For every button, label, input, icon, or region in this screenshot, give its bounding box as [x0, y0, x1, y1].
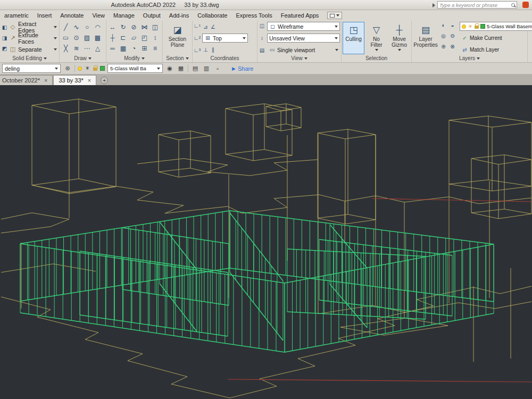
ribbon-display-options[interactable] — [327, 12, 342, 19]
help-search-box[interactable] — [437, 1, 517, 9]
join-icon[interactable]: ⊞ — [139, 43, 149, 53]
match-layer-button[interactable]: ⇄ Match Layer — [460, 45, 532, 54]
workspace-combo[interactable]: deling — [2, 64, 61, 73]
named-ucs-1-icon[interactable]: ∟¹ — [194, 22, 201, 29]
view-manager-icon[interactable]: ▤ — [259, 47, 265, 54]
rotate-icon[interactable]: ↻ — [118, 22, 128, 32]
no-filter-button[interactable]: ▽ No Filter — [365, 22, 387, 54]
layer-table-icon[interactable]: ▦ — [177, 64, 185, 73]
subtract-icon[interactable]: ◨ — [1, 35, 8, 41]
search-icon[interactable] — [511, 3, 515, 7]
move-gizmo-button[interactable]: ┼ Move Gizmo — [388, 22, 410, 54]
panel-label-layers[interactable]: Layers — [412, 54, 527, 62]
search-history-icon[interactable] — [433, 3, 435, 7]
layer-lock-icon[interactable]: ⊖ — [449, 32, 456, 39]
new-tab-button[interactable]: + — [101, 77, 108, 84]
intersect-icon[interactable]: ◩ — [1, 45, 8, 52]
polygon-icon[interactable]: △ — [93, 43, 103, 53]
tab-insert[interactable]: Insert — [33, 10, 56, 21]
extract-edges-button[interactable]: ◇ Extract Edges — [8, 22, 58, 32]
spline-icon[interactable]: ≋ — [71, 43, 81, 53]
multiple-points-icon[interactable]: ⋯ — [82, 43, 92, 53]
tab-express-tools[interactable]: Express Tools — [231, 10, 276, 21]
ucs-align-icon[interactable]: ∥ — [210, 46, 217, 53]
construction-line-icon[interactable]: ╳ — [61, 43, 71, 53]
extrude-faces-button[interactable]: ↗ Extrude Faces — [8, 33, 58, 43]
circle-icon[interactable]: ○ — [82, 22, 92, 32]
layer-off-icon[interactable]: ◐ — [440, 22, 447, 29]
erase-icon[interactable]: ≡ — [150, 43, 160, 53]
visual-style-tool-icon[interactable]: ◫ — [259, 22, 265, 29]
fillet-icon[interactable]: ═ — [107, 43, 118, 53]
share-button[interactable]: ▶ Share — [232, 65, 253, 72]
tab-add-ins[interactable]: Add-ins — [165, 10, 193, 21]
culling-button[interactable]: ◳ Culling — [343, 22, 364, 54]
explode-icon[interactable]: ▦ — [118, 43, 128, 53]
extend-icon[interactable]: ↕ — [150, 32, 160, 43]
layer-unisolate-icon[interactable]: ⊗ — [449, 43, 456, 50]
mirror-icon[interactable]: ⋈ — [139, 22, 149, 32]
arc-icon[interactable]: ◠ — [93, 22, 103, 32]
model-viewport[interactable] — [0, 85, 532, 399]
layer-isolate-icon[interactable]: ◒ — [449, 22, 456, 29]
visual-style-combo[interactable]: ◻ Wireframe — [267, 22, 340, 31]
search-input[interactable] — [439, 2, 510, 8]
plot-icon[interactable]: ▫ — [213, 64, 222, 73]
polyline-icon[interactable]: ∿ — [71, 22, 81, 32]
gradient-icon[interactable]: ▩ — [93, 32, 103, 43]
panel-label-selection[interactable]: Selection — [342, 54, 411, 62]
file-tab-33-by-33[interactable]: 33 by 33* × — [53, 75, 96, 85]
make-current-button[interactable]: ✓ Make Current — [460, 34, 532, 43]
close-icon[interactable]: × — [88, 77, 91, 84]
named-ucs-3-icon[interactable]: ∟³ — [194, 47, 201, 54]
named-ucs-2-icon[interactable]: ∟² — [194, 35, 201, 41]
layer-quick-combo[interactable]: 5-Glass Wall Ba — [107, 64, 163, 73]
close-icon[interactable]: × — [44, 77, 47, 84]
trim-icon[interactable]: ⊘ — [129, 22, 139, 32]
panel-label-modify[interactable]: Modify — [106, 54, 162, 62]
tab-manage[interactable]: Manage — [109, 10, 139, 21]
tab-parametric[interactable]: arametric — [0, 10, 33, 21]
line-icon[interactable]: ╱ — [61, 22, 71, 32]
view-scroll-icon[interactable]: ↕ — [259, 35, 265, 41]
separate-button[interactable]: ◫ Separate — [8, 44, 58, 54]
panel-label-coordinates[interactable]: Coordinates — [193, 54, 257, 62]
move-icon[interactable]: ↔ — [107, 22, 118, 32]
tab-collaborate[interactable]: Collaborate — [193, 10, 231, 21]
union-icon[interactable]: ◧ — [1, 24, 8, 31]
tab-annotate[interactable]: Annotate — [56, 10, 88, 21]
panel-label-section[interactable]: Section — [163, 54, 192, 62]
layer-on-icon[interactable]: ⊕ — [440, 43, 447, 50]
stretch-icon[interactable]: ┼ — [107, 32, 118, 43]
layer-on-bulb-icon[interactable] — [78, 66, 82, 71]
page-setup-icon[interactable]: ▤ — [191, 64, 200, 73]
wireframe-3d-model[interactable] — [0, 85, 532, 399]
hatch-icon[interactable]: ▨ — [82, 32, 92, 43]
ucs-origin-icon[interactable]: ∠ — [210, 23, 217, 30]
panel-label-view[interactable]: View — [257, 54, 341, 62]
ucs-plan-combo[interactable]: ⊞ Top — [202, 34, 248, 43]
tab-view[interactable]: View — [88, 10, 109, 21]
rectangle-icon[interactable]: ▭ — [61, 32, 71, 43]
section-plane-button[interactable]: ◪ Section Plane — [164, 22, 191, 54]
panel-label-solid-editing[interactable]: Solid Editing — [0, 54, 59, 62]
chamfer-icon[interactable]: ◔ — [129, 43, 139, 53]
array-icon[interactable]: ◰ — [139, 32, 149, 43]
app-badge-icon[interactable] — [522, 2, 529, 8]
tab-featured-apps[interactable]: Featured Apps — [277, 10, 323, 21]
viewport-config-dropdown[interactable]: ▭ Single viewport — [267, 45, 340, 54]
offset-icon[interactable]: ⊏ — [118, 32, 128, 43]
workspace-switching-icon[interactable]: ⊛ — [63, 64, 72, 73]
donut-icon[interactable]: ⊙ — [71, 32, 81, 43]
eye-icon[interactable]: ◉ — [165, 64, 174, 73]
ucs-icon-toggle-icon[interactable]: ⊿ — [202, 23, 209, 30]
file-tab-october-2022[interactable]: October 2022* × — [0, 75, 53, 85]
panel-label-draw[interactable]: Draw — [60, 54, 106, 62]
layer-combo[interactable]: ☀ 5-Glass Wall Basem — [460, 22, 532, 31]
scale-icon[interactable]: ▱ — [129, 32, 139, 43]
ucs-z-axis-icon[interactable]: ⊥ — [202, 46, 209, 53]
plot-preview-icon[interactable]: ▥ — [202, 64, 211, 73]
copy-icon[interactable]: ◫ — [150, 22, 160, 32]
lock-icon[interactable] — [93, 68, 97, 71]
layer-properties-button[interactable]: ▤ Layer Properties — [413, 22, 438, 54]
